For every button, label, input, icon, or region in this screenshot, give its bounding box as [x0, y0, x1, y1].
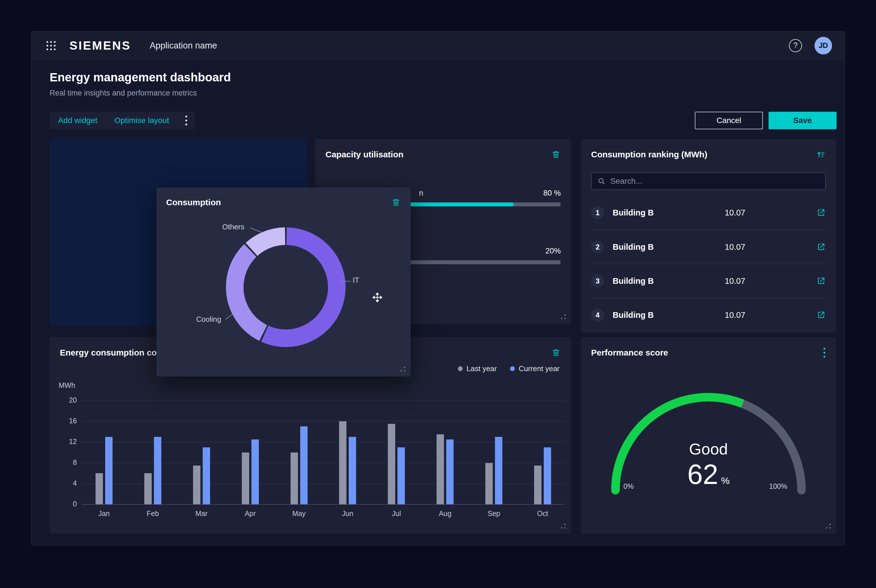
toolbar: Add widget Optimise layout Cancel Save: [50, 112, 837, 129]
bar-last-year: [339, 421, 346, 504]
bar-current-year: [495, 437, 502, 504]
bar-current-year: [252, 440, 259, 504]
bar-group-apr: Apr: [242, 400, 259, 519]
optimise-layout-button[interactable]: Optimise layout: [106, 112, 178, 129]
app-launcher-button[interactable]: [46, 40, 56, 51]
bar-current-year: [300, 426, 308, 504]
sort-button[interactable]: [816, 149, 826, 160]
kebab-menu-icon: [185, 115, 188, 126]
bar-current-year: [446, 440, 454, 504]
open-detail-button[interactable]: [816, 208, 826, 218]
save-button[interactable]: Save: [768, 112, 837, 129]
external-link-icon: [816, 242, 826, 252]
widget-title: Consumption: [166, 198, 221, 207]
external-link-icon: [816, 310, 826, 320]
bar-group-sep: Sep: [485, 400, 502, 519]
bar-current-year: [544, 447, 551, 504]
bar-last-year: [144, 473, 152, 504]
toolbar-more-button[interactable]: [178, 112, 195, 129]
add-widget-button[interactable]: Add widget: [50, 112, 106, 129]
widget-consumption-ranking: Consumption ranking (MWh) 1 Building B 1…: [581, 139, 836, 333]
y-axis-tick: 4: [55, 479, 77, 488]
widget-consumption-floating[interactable]: Consumption Others IT Cooling: [156, 188, 411, 376]
question-mark-icon: ?: [793, 41, 798, 50]
building-name: Building B: [613, 242, 654, 252]
x-axis-label: Feb: [147, 508, 159, 519]
x-axis-label: Apr: [244, 508, 256, 519]
page-subtitle: Real time insights and performance metri…: [50, 89, 837, 98]
cancel-button[interactable]: Cancel: [695, 112, 763, 129]
x-axis-label: Jul: [392, 508, 401, 519]
legend-label: Last year: [466, 364, 497, 373]
ranking-row: 2 Building B 10.07: [591, 230, 826, 264]
bar-group-jan: Jan: [96, 400, 112, 519]
consumption-value: 10.07: [724, 242, 745, 252]
app-window: SIEMENS Application name ? JD Energy man…: [31, 31, 845, 546]
bar-last-year: [96, 473, 103, 504]
bar-group-may: May: [291, 400, 308, 519]
open-detail-button[interactable]: [816, 276, 826, 286]
donut-label-cooling: Cooling: [196, 315, 221, 324]
delete-widget-button[interactable]: [391, 198, 401, 207]
resize-handle[interactable]: [560, 523, 566, 530]
application-name: Application name: [150, 40, 217, 51]
search-box: [591, 172, 826, 190]
resize-handle[interactable]: [400, 366, 406, 373]
rank-badge: 2: [591, 240, 604, 254]
sort-ascending-icon: [816, 149, 826, 160]
gauge-max-label: 100%: [769, 482, 787, 490]
bar-group-jun: Jun: [339, 400, 356, 519]
donut-label-others: Others: [222, 222, 244, 231]
open-detail-button[interactable]: [816, 310, 826, 320]
help-button[interactable]: ?: [789, 39, 802, 52]
building-name: Building B: [613, 310, 654, 320]
open-detail-button[interactable]: [816, 242, 826, 252]
legend-item-last-year: Last year: [458, 364, 497, 373]
bar-current-year: [154, 437, 161, 504]
resize-handle[interactable]: [825, 523, 831, 530]
consumption-value: 10.07: [724, 310, 745, 320]
bar-current-year: [349, 437, 356, 504]
y-axis-tick: 0: [55, 500, 77, 508]
resize-handle[interactable]: [560, 314, 566, 321]
consumption-value: 10.07: [724, 276, 745, 286]
move-cursor-icon: [372, 292, 382, 303]
ranking-list: 1 Building B 10.07 2 Building B 10.07: [591, 196, 826, 332]
x-axis-label: Aug: [439, 508, 452, 519]
bar-last-year: [242, 453, 249, 504]
delete-widget-button[interactable]: [551, 348, 561, 357]
legend-label: Current year: [519, 364, 560, 373]
ranking-row: 3 Building B 10.07: [591, 264, 826, 298]
consumption-value: 10.07: [724, 208, 745, 218]
rank-badge: 1: [591, 206, 604, 219]
page-header-area: Energy management dashboard Real time in…: [32, 60, 844, 129]
legend-item-current-year: Current year: [510, 364, 560, 373]
resize-grip-icon: [560, 523, 566, 530]
search-input[interactable]: [610, 177, 820, 186]
x-axis-label: May: [292, 508, 306, 519]
x-axis-label: Jan: [98, 508, 110, 519]
x-axis-label: Mar: [195, 508, 207, 519]
gauge-chart: [581, 337, 836, 534]
avatar[interactable]: JD: [814, 37, 832, 54]
score-value: 62: [687, 459, 718, 490]
y-axis-tick: 12: [55, 438, 77, 446]
x-axis-label: Jun: [342, 508, 353, 519]
y-axis-unit-label: MWh: [58, 381, 75, 390]
resize-grip-icon: [560, 314, 566, 320]
bar-last-year: [534, 465, 542, 504]
legend-dot: [458, 366, 463, 371]
resize-grip-icon: [400, 366, 406, 372]
y-axis-tick: 20: [55, 396, 77, 404]
gauge-readout: Good 62%: [581, 440, 836, 489]
building-name: Building B: [613, 276, 654, 286]
search-icon: [597, 177, 606, 185]
bar-current-year: [203, 447, 210, 504]
y-axis-tick: 8: [55, 458, 77, 466]
capacity-row-label: n: [419, 188, 423, 198]
external-link-icon: [816, 208, 826, 218]
siemens-logo: SIEMENS: [69, 39, 131, 52]
score-unit: %: [721, 475, 729, 486]
delete-widget-button[interactable]: [551, 150, 561, 159]
bar-current-year: [398, 447, 405, 504]
